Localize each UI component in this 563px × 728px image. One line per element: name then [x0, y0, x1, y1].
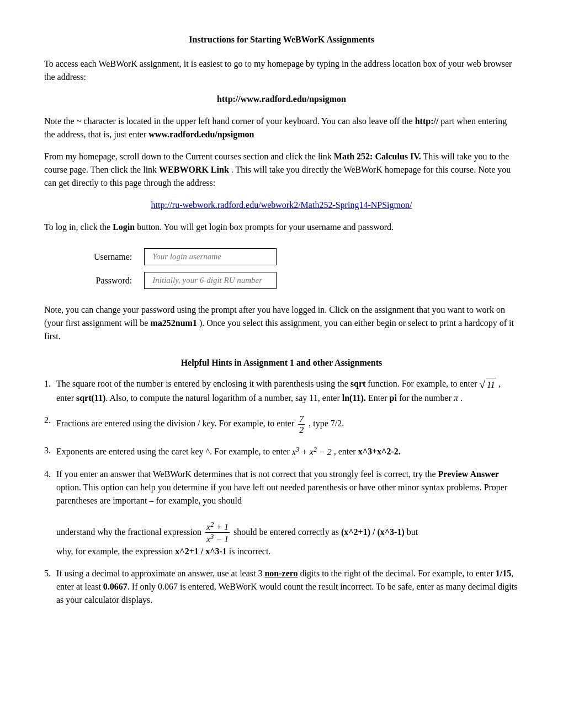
fraction-1-15: 1/15 — [496, 569, 511, 578]
sqrt-value: 11 — [486, 378, 496, 392]
list-item: 1. The square root of the number is ente… — [44, 377, 519, 405]
hints-list: 1. The square root of the number is ente… — [44, 377, 519, 607]
hint-2-content: Fractions are entered using the division… — [56, 414, 519, 435]
pi-code: pi — [390, 393, 397, 403]
webwork-url-paragraph: http://ru-webwork.radford.edu/webwork2/M… — [44, 199, 519, 212]
math252-link-bold: Math 252: Calculus IV. — [334, 152, 421, 161]
sqrt-bold: sqrt — [350, 379, 366, 388]
wrong-entry-code: x^2+1 / x^3-1 — [175, 547, 226, 556]
password-input[interactable] — [144, 272, 277, 289]
list-num-3: 3. — [44, 444, 56, 457]
ln11-code: ln(11). — [342, 393, 366, 403]
fraction-7-2: 7 2 — [298, 414, 305, 435]
math-expr-1: x3 + x2 − 2 — [292, 447, 332, 457]
username-label: Username: — [88, 245, 139, 269]
fraction-denominator: 2 — [298, 425, 305, 435]
login-instruction-text: To log in, click the — [44, 222, 110, 232]
password-label: Password: — [88, 269, 139, 292]
sqrt-radical: √ — [480, 379, 486, 390]
page-title: Instructions for Starting WeBWorK Assign… — [44, 33, 519, 46]
fraction-x2-x3: x2 + 1 x3 − 1 — [205, 521, 230, 545]
hint-1-content: The square root of the number is entered… — [56, 377, 519, 405]
login-fields-table: Username: Password: — [88, 245, 282, 292]
from-homepage-paragraph: From my homepage, scroll down to the Cur… — [44, 150, 519, 190]
correct-entry-code: (x^2+1) / (x^3-1) — [341, 527, 405, 536]
hint-5-content: If using a decimal to approximate an ans… — [56, 567, 519, 607]
from-homepage-text: From my homepage, scroll down to the Cur… — [44, 152, 332, 161]
caret-example-code: x^3+x^2-2. — [358, 447, 401, 457]
note-password-paragraph: Note, you can change your password using… — [44, 303, 519, 343]
non-zero-underline: non-zero — [264, 569, 298, 578]
url-display: http://www.radford.edu/npsigmon — [44, 93, 519, 106]
webwork-url-link[interactable]: http://ru-webwork.radford.edu/webwork2/M… — [151, 200, 412, 210]
intro-paragraph: To access each WeBWorK assignment, it is… — [44, 57, 519, 84]
url-short-bold: www.radford.edu/npsigmon — [148, 130, 254, 139]
sqrt11-code: sqrt(11) — [76, 393, 105, 403]
webwork-link-bold: WEBWORK Link — [159, 165, 229, 174]
list-num-5: 5. — [44, 567, 56, 580]
decimal-example: 0.0667 — [103, 582, 128, 591]
frac-x3-denominator: x3 − 1 — [205, 533, 230, 545]
pi-symbol: π — [454, 393, 458, 403]
sqrt-symbol: √ 11 — [480, 378, 496, 392]
login-bold: Login — [113, 222, 135, 232]
hint-4-content: If you enter an answer that WeBWorK dete… — [56, 468, 519, 558]
note-tilde-text: Note the ~ character is located in the u… — [44, 116, 413, 126]
fraction-numerator: 7 — [298, 414, 305, 425]
login-instruction-paragraph: To log in, click the Login button. You w… — [44, 221, 519, 234]
login-instruction-text2: button. You will get login box prompts f… — [137, 222, 394, 232]
assignment-bold: ma252num1 — [150, 318, 196, 328]
password-row: Password: — [88, 269, 282, 292]
note-tilde-paragraph: Note the ~ character is located in the u… — [44, 115, 519, 141]
http-bold: http:// — [415, 116, 439, 126]
hint-3-content: Exponents are entered using the caret ke… — [56, 444, 519, 458]
list-item: 5. If using a decimal to approximate an … — [44, 567, 519, 607]
hints-title: Helpful Hints in Assignment 1 and other … — [44, 356, 519, 370]
username-input[interactable] — [144, 248, 277, 265]
list-item: 4. If you enter an answer that WeBWorK d… — [44, 468, 519, 558]
list-item: 2. Fractions are entered using the divis… — [44, 414, 519, 435]
list-num-2: 2. — [44, 414, 56, 427]
username-input-cell — [139, 245, 282, 269]
list-num-4: 4. — [44, 468, 56, 481]
list-num-1: 1. — [44, 377, 56, 390]
frac-x2-numerator: x2 + 1 — [205, 521, 230, 533]
list-item: 3. Exponents are entered using the caret… — [44, 444, 519, 458]
preview-answer-bold: Preview Answer — [438, 469, 499, 479]
password-input-cell — [139, 269, 282, 292]
username-row: Username: — [88, 245, 282, 269]
